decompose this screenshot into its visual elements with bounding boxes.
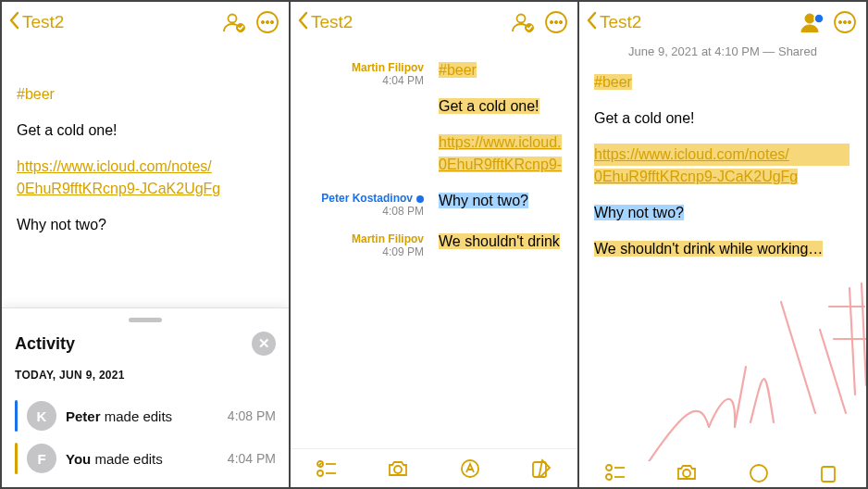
camera-icon[interactable] xyxy=(385,456,411,482)
compose-icon[interactable] xyxy=(528,456,554,482)
camera-icon[interactable] xyxy=(674,463,700,487)
svg-rect-31 xyxy=(822,467,835,482)
chevron-left-icon xyxy=(9,11,20,34)
bottom-toolbar xyxy=(291,448,577,487)
activity-sheet: Activity ✕ TODAY, JUN 9, 2021 K Peter ma… xyxy=(2,307,289,487)
back-button[interactable]: Test2 xyxy=(9,11,64,34)
hashtag[interactable]: #beer xyxy=(439,62,477,78)
markup-icon[interactable] xyxy=(746,463,772,487)
edit-indicator-bar xyxy=(15,443,18,474)
more-icon[interactable] xyxy=(831,8,859,36)
chevron-left-icon xyxy=(298,11,309,34)
svg-point-15 xyxy=(317,470,323,476)
edit-time: 4:08 PM xyxy=(291,205,424,218)
svg-point-24 xyxy=(848,20,850,23)
note-line: Get a cold one! xyxy=(17,119,274,143)
sheet-grabber[interactable] xyxy=(129,318,162,322)
svg-point-30 xyxy=(750,465,767,482)
activity-row[interactable]: K Peter made edits 4:08 PM xyxy=(15,395,276,437)
note-body-attributed[interactable]: Martin Filipov 4:04 PM #beer Get a cold … xyxy=(291,43,577,271)
edit-time: 4:04 PM xyxy=(291,74,424,87)
svg-point-27 xyxy=(606,474,612,480)
note-line: Get a cold one! xyxy=(594,107,851,131)
svg-point-19 xyxy=(805,14,814,23)
markup-icon[interactable] xyxy=(457,456,483,482)
back-button[interactable]: Test2 xyxy=(298,11,353,34)
activity-text: You made edits xyxy=(66,451,218,467)
note-line: Why not two? xyxy=(439,193,528,208)
checklist-icon[interactable] xyxy=(314,456,340,482)
svg-point-9 xyxy=(550,20,552,23)
note-line: Why not two? xyxy=(17,214,274,237)
collaboration-icon[interactable] xyxy=(509,8,537,36)
svg-point-3 xyxy=(261,20,264,23)
svg-point-16 xyxy=(394,466,402,473)
edit-author: Peter Kostadinov xyxy=(321,192,413,205)
header: Test2 xyxy=(291,2,577,43)
note-title: Test2 xyxy=(600,12,641,32)
screenshot-pane-2: Test2 Martin Filipov 4:04 PM #beer Get a… xyxy=(291,2,577,487)
more-icon[interactable] xyxy=(254,8,281,36)
note-line: We shouldn't drink while working… xyxy=(594,241,823,257)
bottom-toolbar-partial xyxy=(579,461,866,487)
shared-link[interactable]: https://www.icloud.com/notes/0EhuR9fftKR… xyxy=(17,158,220,197)
note-line: Why not two? xyxy=(594,205,684,220)
presence-dot-icon xyxy=(416,195,424,203)
svg-point-25 xyxy=(606,465,612,470)
screenshot-pane-3: Test2 June 9, 2021 at 4:10 PM — Shared #… xyxy=(579,2,866,487)
shared-link[interactable]: 0EhuR9fftKRcnp9-JCaK2UgFg xyxy=(594,169,798,184)
svg-point-5 xyxy=(270,20,273,23)
header: Test2 xyxy=(579,2,866,43)
avatar: K xyxy=(27,401,56,431)
svg-point-22 xyxy=(838,20,841,23)
edit-author: Martin Filipov xyxy=(291,232,424,245)
svg-point-4 xyxy=(266,20,268,23)
header: Test2 xyxy=(2,2,289,43)
collaboration-active-icon[interactable] xyxy=(798,8,825,36)
edit-time: 4:09 PM xyxy=(291,245,424,258)
shared-link[interactable]: https://www.icloud.com/notes/ xyxy=(594,146,789,162)
note-title: Test2 xyxy=(311,12,353,32)
svg-point-20 xyxy=(814,14,824,23)
screenshot-pane-1: Test2 #beer Get a cold one! https://www.… xyxy=(2,2,289,487)
svg-point-0 xyxy=(229,15,237,23)
activity-title: Activity xyxy=(15,334,75,354)
more-icon[interactable] xyxy=(542,8,570,36)
note-body[interactable]: #beer Get a cold one! https://www.icloud… xyxy=(579,71,866,285)
handwriting-scribble xyxy=(626,274,866,487)
chevron-left-icon xyxy=(587,11,598,34)
back-button[interactable]: Test2 xyxy=(587,11,641,34)
close-icon[interactable]: ✕ xyxy=(252,332,276,356)
avatar: F xyxy=(27,444,56,473)
timestamp-shared: June 9, 2021 at 4:10 PM — Shared xyxy=(579,44,866,58)
edit-indicator-bar xyxy=(15,400,18,432)
svg-point-29 xyxy=(683,470,690,477)
note-body[interactable]: #beer Get a cold one! https://www.icloud… xyxy=(2,43,289,261)
hashtag[interactable]: #beer xyxy=(17,86,55,102)
edit-author: Martin Filipov xyxy=(291,61,424,74)
svg-point-23 xyxy=(843,20,846,23)
svg-point-6 xyxy=(517,15,526,23)
note-line: Get a cold one! xyxy=(439,98,539,114)
activity-time: 4:04 PM xyxy=(228,451,276,466)
activity-time: 4:08 PM xyxy=(228,408,276,423)
svg-point-10 xyxy=(554,20,557,23)
activity-text: Peter made edits xyxy=(66,408,218,424)
hashtag[interactable]: #beer xyxy=(594,74,632,90)
note-title: Test2 xyxy=(22,12,64,32)
collaboration-icon[interactable] xyxy=(220,8,248,36)
activity-date-header: TODAY, JUN 9, 2021 xyxy=(15,369,276,382)
shared-link[interactable]: https://www.icloud.0EhuR9fftKRcnp9- xyxy=(439,134,562,173)
note-line: We shouldn't drink xyxy=(439,233,560,249)
compose-icon[interactable] xyxy=(817,463,843,487)
activity-row[interactable]: F You made edits 4:04 PM xyxy=(15,437,276,480)
checklist-icon[interactable] xyxy=(602,463,628,487)
svg-point-11 xyxy=(559,20,562,23)
